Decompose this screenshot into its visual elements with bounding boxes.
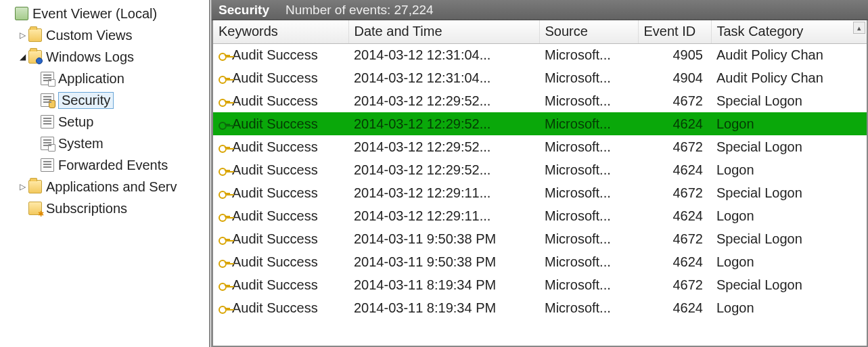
cell-eventid: 4624 — [638, 250, 711, 273]
pane-titlebar: Security Number of events: 27,224 — [212, 0, 868, 20]
cell-taskcat: Special Logon — [711, 273, 867, 296]
cell-taskcat: Audit Policy Chan — [711, 43, 867, 66]
tree-root[interactable]: Event Viewer (Local) — [4, 3, 209, 24]
tree-node-subscriptions[interactable]: Subscriptions — [4, 198, 209, 219]
column-header-taskcat[interactable]: Task Category — [711, 20, 867, 43]
table-row[interactable]: Audit Success2014-03-12 12:29:52...Micro… — [213, 112, 867, 135]
cell-eventid: 4672 — [638, 227, 711, 250]
tree-node-security[interactable]: Security — [4, 89, 209, 111]
log-icon — [41, 115, 54, 129]
tree-node-setup[interactable]: Setup — [4, 111, 209, 133]
tree-label: Windows Logs — [46, 49, 134, 65]
tree-label: Application — [58, 71, 124, 87]
cell-taskcat: Special Logon — [711, 181, 867, 204]
tree-label: Subscriptions — [46, 201, 127, 216]
cell-datetime: 2014-03-11 9:50:38 PM — [348, 250, 539, 273]
expander-expanded-icon[interactable]: ◢ — [18, 52, 27, 62]
log-icon — [41, 158, 54, 172]
tree-label: Applications and Serv — [46, 179, 177, 195]
table-row[interactable]: Audit Success2014-03-11 9:50:38 PMMicros… — [213, 227, 867, 250]
key-icon — [219, 280, 229, 291]
cell-keywords: Audit Success — [213, 43, 348, 66]
cell-taskcat: Logon — [711, 158, 867, 181]
column-header-row: Keywords Date and Time Source Event ID T… — [213, 20, 867, 43]
cell-source: Microsoft... — [539, 227, 638, 250]
table-row[interactable]: Audit Success2014-03-11 9:50:38 PMMicros… — [213, 250, 867, 273]
cell-keywords: Audit Success — [213, 273, 348, 296]
table-row[interactable]: Audit Success2014-03-12 12:29:11...Micro… — [213, 204, 867, 227]
cell-eventid: 4624 — [638, 296, 711, 319]
tree-label: System — [58, 136, 104, 152]
key-icon — [219, 257, 229, 268]
cell-datetime: 2014-03-12 12:31:04... — [348, 66, 539, 89]
tree-node-application[interactable]: Application — [4, 68, 209, 89]
cell-source: Microsoft... — [539, 135, 638, 158]
tree-node-apps-services[interactable]: ▷ Applications and Serv — [4, 176, 209, 198]
cell-source: Microsoft... — [539, 204, 638, 227]
key-icon — [219, 165, 229, 176]
navigation-tree: Event Viewer (Local) ▷ Custom Views ◢ Wi… — [0, 0, 210, 347]
tree-node-custom-views[interactable]: ▷ Custom Views — [4, 24, 209, 46]
expander-collapsed-icon[interactable]: ▷ — [18, 182, 27, 191]
cell-source: Microsoft... — [539, 250, 638, 273]
cell-datetime: 2014-03-11 8:19:34 PM — [348, 296, 539, 319]
table-row[interactable]: Audit Success2014-03-12 12:31:04...Micro… — [213, 43, 867, 66]
cell-keywords: Audit Success — [213, 158, 348, 181]
table-row[interactable]: Audit Success2014-03-12 12:29:11...Micro… — [213, 181, 867, 204]
table-row[interactable]: Audit Success2014-03-11 8:19:34 PMMicros… — [213, 273, 867, 296]
cell-eventid: 4624 — [638, 158, 711, 181]
cell-taskcat: Special Logon — [711, 135, 867, 158]
key-icon — [219, 119, 229, 130]
key-icon — [219, 234, 229, 245]
tree-label: Custom Views — [46, 28, 132, 43]
key-icon — [219, 142, 229, 153]
cell-eventid: 4624 — [638, 112, 711, 135]
cell-keywords: Audit Success — [213, 181, 348, 204]
cell-datetime: 2014-03-11 8:19:34 PM — [348, 273, 539, 296]
folder-icon — [28, 50, 42, 64]
log-icon — [41, 137, 54, 150]
cell-source: Microsoft... — [539, 66, 638, 89]
column-header-source[interactable]: Source — [539, 20, 638, 43]
column-header-eventid[interactable]: Event ID — [638, 20, 711, 43]
table-row[interactable]: Audit Success2014-03-12 12:29:52...Micro… — [213, 135, 867, 158]
cell-eventid: 4672 — [638, 89, 711, 112]
table-row[interactable]: Audit Success2014-03-12 12:31:04...Micro… — [213, 66, 867, 89]
log-icon — [41, 72, 54, 85]
cell-taskcat: Special Logon — [711, 227, 867, 250]
cell-source: Microsoft... — [539, 112, 638, 135]
cell-keywords: Audit Success — [213, 296, 348, 319]
scroll-up-button[interactable]: ▴ — [853, 22, 865, 34]
pane-title: Security — [219, 3, 269, 18]
table-row[interactable]: Audit Success2014-03-12 12:29:52...Micro… — [213, 158, 867, 181]
tree-node-system[interactable]: System — [4, 133, 209, 154]
tree-node-windows-logs[interactable]: ◢ Windows Logs — [4, 46, 209, 68]
cell-datetime: 2014-03-12 12:29:52... — [348, 112, 539, 135]
table-row[interactable]: Audit Success2014-03-12 12:29:52...Micro… — [213, 89, 867, 112]
key-icon — [219, 73, 229, 84]
tree-node-forwarded[interactable]: Forwarded Events — [4, 154, 209, 176]
cell-keywords: Audit Success — [213, 112, 348, 135]
cell-source: Microsoft... — [539, 181, 638, 204]
table-row[interactable]: Audit Success2014-03-11 8:19:34 PMMicros… — [213, 296, 867, 319]
column-header-datetime[interactable]: Date and Time — [348, 20, 539, 43]
column-header-keywords[interactable]: Keywords — [213, 20, 348, 43]
event-grid: ▴ Keywords Date and Time Source Event ID… — [212, 20, 868, 347]
cell-keywords: Audit Success — [213, 227, 348, 250]
tree-label: Setup — [58, 114, 93, 130]
key-icon — [219, 188, 229, 199]
cell-datetime: 2014-03-12 12:29:52... — [348, 89, 539, 112]
folder-icon — [28, 180, 42, 193]
expander-collapsed-icon[interactable]: ▷ — [18, 30, 27, 40]
tree-label: Forwarded Events — [58, 158, 168, 173]
event-count-label: Number of events: 27,224 — [285, 3, 434, 18]
tree-label: Event Viewer (Local) — [32, 6, 157, 22]
cell-source: Microsoft... — [539, 296, 638, 319]
cell-eventid: 4624 — [638, 204, 711, 227]
key-icon — [219, 211, 229, 222]
folder-icon — [28, 28, 42, 42]
key-icon — [219, 96, 229, 107]
subscriptions-icon — [28, 202, 42, 215]
cell-taskcat: Logon — [711, 296, 867, 319]
eventviewer-icon — [15, 7, 28, 20]
